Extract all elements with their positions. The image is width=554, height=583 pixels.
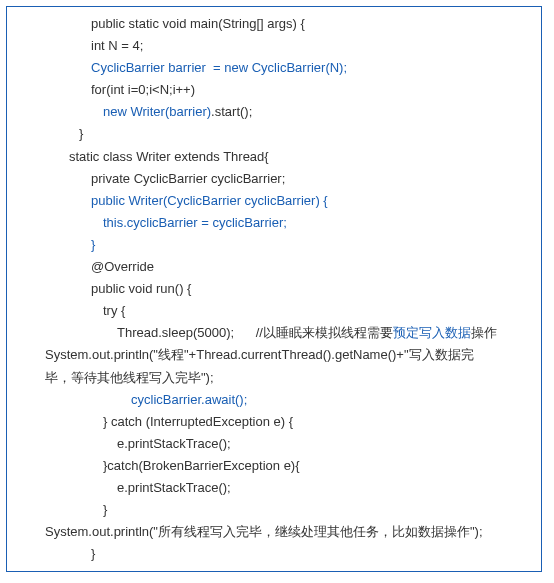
code-line: public Writer(CyclicBarrier cyclicBarrie…: [13, 190, 535, 212]
code-line: CyclicBarrier barrier = new CyclicBarrie…: [13, 57, 535, 79]
code-line: private CyclicBarrier cyclicBarrier;: [13, 168, 535, 190]
code-line: cyclicBarrier.await();: [13, 389, 535, 411]
code-line: static class Writer extends Thread{: [13, 146, 535, 168]
code-line: System.out.println("线程"+Thread.currentTh…: [13, 344, 535, 366]
code-line: for(int i=0;i<N;i++): [13, 79, 535, 101]
code-line: }: [13, 543, 535, 565]
code-line: int N = 4;: [13, 35, 535, 57]
code-line: }: [13, 499, 535, 521]
code-line: e.printStackTrace();: [13, 433, 535, 455]
code-token: 预定写入数据: [393, 325, 471, 340]
code-line: this.cyclicBarrier = cyclicBarrier;: [13, 212, 535, 234]
code-line: try {: [13, 300, 535, 322]
code-line: }: [13, 234, 535, 256]
code-line: @Override: [13, 256, 535, 278]
code-token: new Writer(barrier): [103, 104, 211, 119]
code-line: }: [13, 123, 535, 145]
code-line: } catch (InterruptedException e) {: [13, 411, 535, 433]
code-line: }catch(BrokenBarrierException e){: [13, 455, 535, 477]
code-line: Thread.sleep(5000); //以睡眠来模拟线程需要预定写入数据操作: [13, 322, 535, 344]
code-line: public void run() {: [13, 278, 535, 300]
code-line: new Writer(barrier).start();: [13, 101, 535, 123]
code-line: System.out.println("所有线程写入完毕，继续处理其他任务，比如…: [13, 521, 535, 543]
code-line: public static void main(String[] args) {: [13, 13, 535, 35]
code-line: 毕，等待其他线程写入完毕");: [13, 367, 535, 389]
code-token: 操作: [471, 325, 497, 340]
code-line: e.printStackTrace();: [13, 477, 535, 499]
code-block: public static void main(String[] args) {…: [6, 6, 542, 572]
code-token: Thread.sleep(5000); //以睡眠来模拟线程需要: [117, 325, 393, 340]
code-token: .start();: [211, 104, 252, 119]
